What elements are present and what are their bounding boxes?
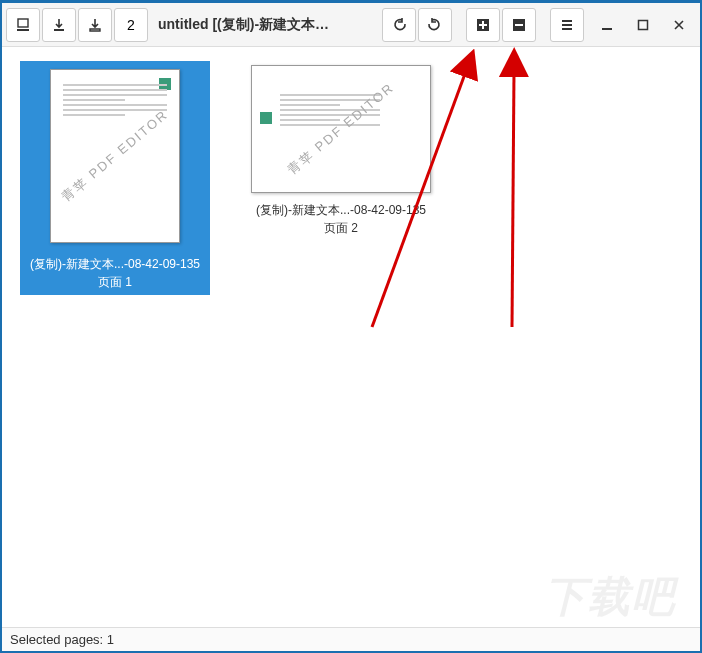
rotate-right-button[interactable] [418,8,452,42]
window-title: untitled [(复制)-新建文本文档 (2... [150,16,350,34]
toolbar: 2 untitled [(复制)-新建文本文档 (2... [2,3,700,47]
page-preview: 青苹 PDF EDITOR [50,69,180,243]
svg-rect-2 [54,29,64,31]
import-button[interactable] [42,8,76,42]
watermark-text: 青苹 PDF EDITOR [58,106,172,206]
selected-pages-label: Selected pages: 1 [10,632,114,647]
rotate-left-button[interactable] [382,8,416,42]
page-preview: 青苹 PDF EDITOR [251,65,431,193]
export-button[interactable] [78,8,112,42]
svg-rect-1 [17,29,29,31]
svg-line-8 [512,71,514,327]
svg-rect-5 [602,28,612,30]
svg-rect-6 [639,20,648,29]
status-bar: Selected pages: 1 [2,627,700,651]
page-thumbnail-2[interactable]: 青苹 PDF EDITOR (复制)-新建文本...-08-42-09-135 … [246,61,436,237]
svg-rect-0 [18,19,28,27]
page-thumbnail-1[interactable]: 青苹 PDF EDITOR (复制)-新建文本...-08-42-09-135 … [20,61,210,295]
add-page-button[interactable] [466,8,500,42]
remove-page-button[interactable] [502,8,536,42]
close-button[interactable] [662,8,696,42]
maximize-button[interactable] [626,8,660,42]
page-count: 2 [114,8,148,42]
page-caption: (复制)-新建文本...-08-42-09-135 页面 1 [20,251,210,295]
page-caption: (复制)-新建文本...-08-42-09-135 页面 2 [246,201,436,237]
thumbnails-area[interactable]: 青苹 PDF EDITOR (复制)-新建文本...-08-42-09-135 … [2,47,700,627]
minimize-button[interactable] [590,8,624,42]
view-mode-button[interactable] [6,8,40,42]
menu-button[interactable] [550,8,584,42]
